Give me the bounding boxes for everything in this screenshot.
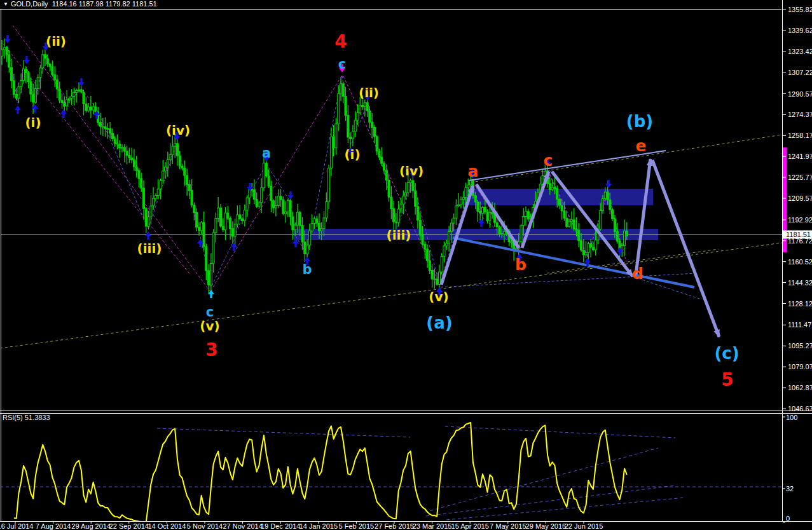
- price-tick-label: 1062.87: [788, 384, 812, 391]
- wave-label-pivp[interactable]: (iv): [399, 165, 423, 177]
- wave-projection-arrow[interactable]: [636, 159, 650, 275]
- price-tick-label: 1323.42: [788, 48, 812, 55]
- wave-projection-arrow[interactable]: [652, 160, 719, 337]
- price-tick-label: 1111.47: [788, 322, 811, 329]
- wave-label-e[interactable]: e: [636, 138, 647, 154]
- price-tick-label: 1046.67: [788, 405, 812, 412]
- zigzag-fractal-line: [8, 46, 620, 287]
- wave-label-piip[interactable]: (ii): [359, 86, 379, 99]
- wave-label-c[interactable]: c: [206, 306, 214, 319]
- candlestick-series: [1, 38, 628, 294]
- price-tick-label: 1160.52: [788, 258, 812, 265]
- date-tick-label: 14 Jan 2015: [299, 523, 338, 530]
- current-price-tag: 1181.51: [783, 231, 812, 239]
- fractal-arrows: [4, 35, 623, 298]
- price-tick-label: 1290.57: [788, 90, 812, 97]
- rsi-line: [14, 423, 627, 522]
- triangle-support-line[interactable]: [453, 238, 694, 287]
- wave-label-3[interactable]: 3: [205, 341, 217, 359]
- wave-label-a[interactable]: a: [262, 147, 271, 160]
- chart-title-bar: ▼GOLD,Daily 1184.16 1187.98 1179.82 1181…: [0, 0, 781, 9]
- symbol-dropdown-icon[interactable]: ▼: [3, 0, 8, 8]
- date-tick-label: 14 Oct 2014: [148, 523, 186, 530]
- rsi-panel[interactable]: [0, 423, 782, 522]
- date-tick-label: 5 Feb 2015: [339, 523, 375, 530]
- wave-label-c[interactable]: c: [544, 153, 553, 168]
- trendline-dashed[interactable]: [0, 243, 782, 348]
- price-tick-label: 1274.37: [788, 111, 812, 118]
- rsi-scale-label: 32: [786, 486, 794, 493]
- trendline-dashed[interactable]: [426, 486, 675, 516]
- price-tick-label: 1355.82: [788, 6, 812, 13]
- wave-label-c[interactable]: c: [338, 58, 346, 71]
- trendline-dashed[interactable]: [446, 498, 685, 520]
- wave-label-pvp[interactable]: (v): [200, 320, 219, 332]
- price-tick-label: 1225.77: [788, 174, 812, 181]
- rsi-indicator-label: RSI(5) 51.3833: [3, 414, 50, 421]
- chart-ohlc-quotes: 1184.16 1187.98 1179.82 1181.51: [52, 0, 157, 8]
- trendline-dashed[interactable]: [213, 75, 342, 287]
- price-tick-label: 1144.32: [788, 279, 812, 286]
- chart-canvas[interactable]: [0, 0, 812, 530]
- date-tick-label: 23 Mar 2015: [413, 523, 452, 530]
- date-tick-label: 16 Jul 2014: [0, 523, 33, 530]
- rsi-scale-label: 0: [786, 515, 790, 522]
- price-tick-label: 1079.07: [788, 364, 812, 370]
- wave-label-pip[interactable]: (i): [344, 148, 360, 161]
- fractal-up-arrow-icon: [15, 105, 21, 114]
- wave-label-pivp[interactable]: (iv): [166, 124, 190, 137]
- wave-label-4[interactable]: 4: [334, 33, 347, 51]
- wave-label-a[interactable]: a: [468, 163, 479, 179]
- date-tick-label: 22 Sep 2014: [109, 523, 149, 530]
- price-tick-label: 1095.27: [788, 343, 812, 350]
- chart-symbol-period: GOLD,Daily: [11, 0, 48, 8]
- trendline-dashed[interactable]: [157, 428, 410, 437]
- date-tick-label: 19 Dec 2014: [261, 523, 300, 530]
- fractal-down-arrow-icon: [24, 56, 30, 64]
- wave-label-piip[interactable]: (ii): [46, 35, 66, 48]
- price-tick-label: 1241.97: [788, 153, 812, 160]
- wave-label-b[interactable]: b: [302, 263, 312, 276]
- price-tick-label: 1339.62: [788, 27, 812, 34]
- date-tick-label: 15 Apr 2015: [451, 523, 489, 530]
- rsi-scale-label: 100: [786, 414, 797, 421]
- fractal-up-arrow-icon: [60, 109, 67, 118]
- date-tick-label: 22 Jun 2015: [565, 523, 603, 530]
- date-tick-label: 27 Feb 2015: [375, 523, 414, 530]
- price-tick-label: 1209.57: [788, 195, 812, 202]
- wave-label-pvp[interactable]: (v): [429, 290, 448, 303]
- main-chart-panel[interactable]: [0, 25, 782, 348]
- triangle-resistance-line[interactable]: [469, 151, 666, 180]
- wave-label-d[interactable]: d: [632, 266, 643, 282]
- wave-label-piiip[interactable]: (iii): [137, 242, 162, 255]
- wave-label-pap[interactable]: (a): [426, 315, 452, 331]
- price-tick-label: 1307.22: [788, 69, 812, 76]
- fractal-up-arrow-icon: [478, 219, 485, 227]
- price-tick-label: 1192.92: [788, 216, 812, 223]
- mt4-chart-window: ▼GOLD,Daily 1184.16 1187.98 1179.82 1181…: [0, 0, 812, 530]
- wave-label-5[interactable]: 5: [721, 371, 733, 389]
- wave-label-pcp[interactable]: (c): [714, 345, 739, 362]
- fractal-down-arrow-icon: [605, 180, 612, 188]
- trendline-dashed[interactable]: [445, 426, 675, 438]
- date-tick-label: 7 May 2015: [490, 523, 526, 530]
- wave-label-b[interactable]: b: [515, 257, 526, 273]
- date-tick-label: 29 May 2015: [526, 523, 567, 530]
- date-tick-label: 7 Aug 2014: [36, 523, 71, 530]
- price-tick-label: 1258.17: [788, 132, 812, 139]
- date-tick-label: 27 Nov 2014: [223, 523, 262, 530]
- date-tick-label: 29 Aug 2014: [71, 523, 111, 530]
- fractal-up-arrow-icon: [231, 243, 237, 251]
- wave-label-piiip[interactable]: (iii): [387, 229, 411, 241]
- wave-label-pip[interactable]: (i): [25, 116, 41, 129]
- wave-label-pbp[interactable]: (b): [626, 113, 653, 130]
- trendline-dashed[interactable]: [471, 135, 782, 182]
- fractal-down-arrow-icon: [4, 35, 11, 43]
- price-tick-label: 1128.12: [788, 300, 812, 307]
- date-tick-label: 5 Nov 2014: [187, 523, 223, 530]
